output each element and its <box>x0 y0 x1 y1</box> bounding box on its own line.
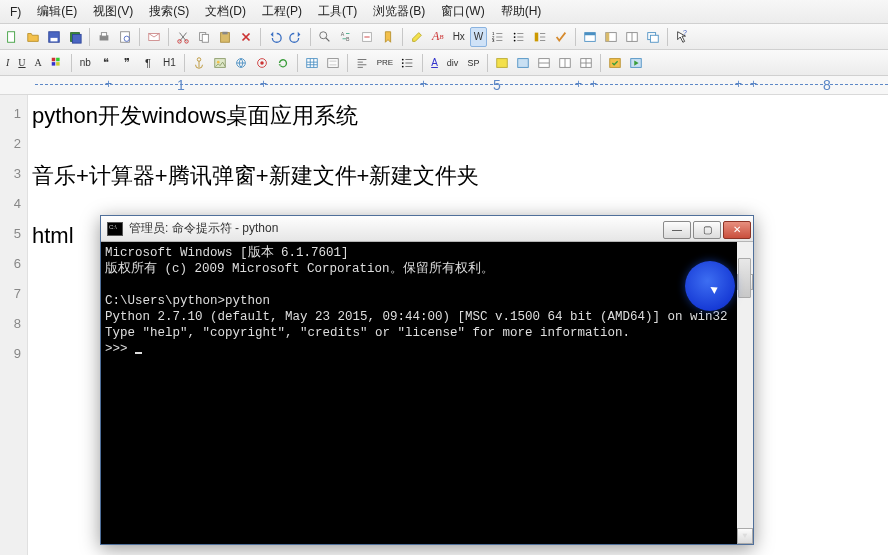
replace-button[interactable]: AB <box>336 27 356 47</box>
separator <box>184 54 185 72</box>
svg-rect-47 <box>329 60 336 62</box>
target-button[interactable] <box>252 53 272 73</box>
italic-button[interactable]: I <box>2 53 13 73</box>
toolbar-2: I U A nb ❝ ❞ ¶ H1 PRE A div SP <box>0 50 888 76</box>
pre-button[interactable]: PRE <box>373 53 397 73</box>
svg-rect-15 <box>222 31 227 34</box>
paragraph-button[interactable]: ¶ <box>138 53 158 73</box>
menu-document[interactable]: 文档(D) <box>197 1 254 22</box>
svg-point-23 <box>514 32 516 34</box>
split-button[interactable] <box>622 27 642 47</box>
command-prompt-window[interactable]: 管理员: 命令提示符 - python — ▢ ✕ Microsoft Wind… <box>100 215 754 545</box>
list-button[interactable] <box>398 53 418 73</box>
indent-button[interactable] <box>530 27 550 47</box>
separator <box>402 28 403 46</box>
separator <box>89 28 90 46</box>
toggle5-button[interactable] <box>576 53 596 73</box>
span-tag-button[interactable]: SP <box>463 53 483 73</box>
svg-point-50 <box>402 62 404 64</box>
toggle3-button[interactable] <box>534 53 554 73</box>
email-button[interactable] <box>144 27 164 47</box>
cmd-line: Python 2.7.10 (default, May 23 2015, 09:… <box>105 310 728 324</box>
list-numbered-button[interactable]: 123 <box>488 27 508 47</box>
table-button[interactable] <box>302 53 322 73</box>
wordwrap-button[interactable]: W <box>470 27 487 47</box>
link-button[interactable] <box>231 53 251 73</box>
quote-right-button[interactable]: ❞ <box>117 53 137 73</box>
new-window-button[interactable] <box>643 27 663 47</box>
cmd-title-bar[interactable]: 管理员: 命令提示符 - python — ▢ ✕ <box>101 216 753 242</box>
svg-rect-30 <box>606 32 610 41</box>
font-color-button[interactable]: A <box>31 53 46 73</box>
toggle4-button[interactable] <box>555 53 575 73</box>
text-left-button[interactable] <box>352 53 372 73</box>
menu-view[interactable]: 视图(V) <box>85 1 141 22</box>
list-bullet-button[interactable] <box>509 27 529 47</box>
print-button[interactable] <box>94 27 114 47</box>
scroll-down-button[interactable]: ▼ <box>737 528 753 544</box>
cmd-scrollbar[interactable]: ▲ ▼ <box>737 242 753 544</box>
refresh-button[interactable] <box>273 53 293 73</box>
copy-button[interactable] <box>194 27 214 47</box>
menu-help[interactable]: 帮助(H) <box>493 1 550 22</box>
heading-hx-button[interactable]: Hx <box>449 27 469 47</box>
menu-file-suffix[interactable]: F) <box>2 3 29 21</box>
run-button[interactable] <box>626 53 646 73</box>
toggle1-button[interactable] <box>492 53 512 73</box>
validate-button[interactable] <box>605 53 625 73</box>
anchor-button[interactable] <box>189 53 209 73</box>
underline-button[interactable]: U <box>14 53 29 73</box>
print-preview-button[interactable] <box>115 27 135 47</box>
highlight-button[interactable] <box>407 27 427 47</box>
find-button[interactable] <box>315 27 335 47</box>
menu-edit[interactable]: 编辑(E) <box>29 1 85 22</box>
quote-left-button[interactable]: ❝ <box>96 53 116 73</box>
check-button[interactable] <box>551 27 571 47</box>
undo-button[interactable] <box>265 27 285 47</box>
image-button[interactable] <box>210 53 230 73</box>
nbsp-button[interactable]: nb <box>76 53 95 73</box>
color-picker-button[interactable] <box>47 53 67 73</box>
a-tag-button[interactable]: A <box>427 53 442 73</box>
svg-rect-4 <box>72 34 81 43</box>
ruler-mark-8: 8 <box>823 77 831 93</box>
form-button[interactable] <box>323 53 343 73</box>
goto-button[interactable] <box>357 27 377 47</box>
save-button[interactable] <box>44 27 64 47</box>
save-all-button[interactable] <box>65 27 85 47</box>
cmd-line: Type "help", "copyright", "credits" or "… <box>105 326 630 340</box>
toggle2-button[interactable] <box>513 53 533 73</box>
menu-window[interactable]: 窗口(W) <box>433 1 492 22</box>
menu-tools[interactable]: 工具(T) <box>310 1 365 22</box>
cmd-icon <box>107 222 123 236</box>
div-tag-button[interactable]: div <box>443 53 463 73</box>
maximize-button[interactable]: ▢ <box>693 221 721 239</box>
svg-point-16 <box>320 31 327 38</box>
scroll-thumb[interactable] <box>738 258 751 298</box>
separator <box>71 54 72 72</box>
cut-button[interactable] <box>173 27 193 47</box>
bookmark-button[interactable] <box>378 27 398 47</box>
svg-text:B: B <box>346 36 350 42</box>
redo-button[interactable] <box>286 27 306 47</box>
minimize-button[interactable]: — <box>663 221 691 239</box>
panel-button[interactable] <box>601 27 621 47</box>
close-button[interactable]: ✕ <box>723 221 751 239</box>
menu-project[interactable]: 工程(P) <box>254 1 310 22</box>
line-number: 8 <box>0 309 27 339</box>
window-button[interactable] <box>580 27 600 47</box>
h1-button[interactable]: H1 <box>159 53 180 73</box>
svg-rect-36 <box>56 57 60 61</box>
font-size-button[interactable]: AB <box>428 27 448 47</box>
new-file-button[interactable] <box>2 27 22 47</box>
paste-button[interactable] <box>215 27 235 47</box>
open-folder-button[interactable] <box>23 27 43 47</box>
text-line <box>32 131 884 161</box>
separator <box>347 54 348 72</box>
cmd-output[interactable]: Microsoft Windows [版本 6.1.7601] 版权所有 (c)… <box>101 242 753 544</box>
menu-search[interactable]: 搜索(S) <box>141 1 197 22</box>
separator <box>667 28 668 46</box>
delete-button[interactable] <box>236 27 256 47</box>
help-cursor-button[interactable]: ? <box>672 27 692 47</box>
menu-browser[interactable]: 浏览器(B) <box>365 1 433 22</box>
